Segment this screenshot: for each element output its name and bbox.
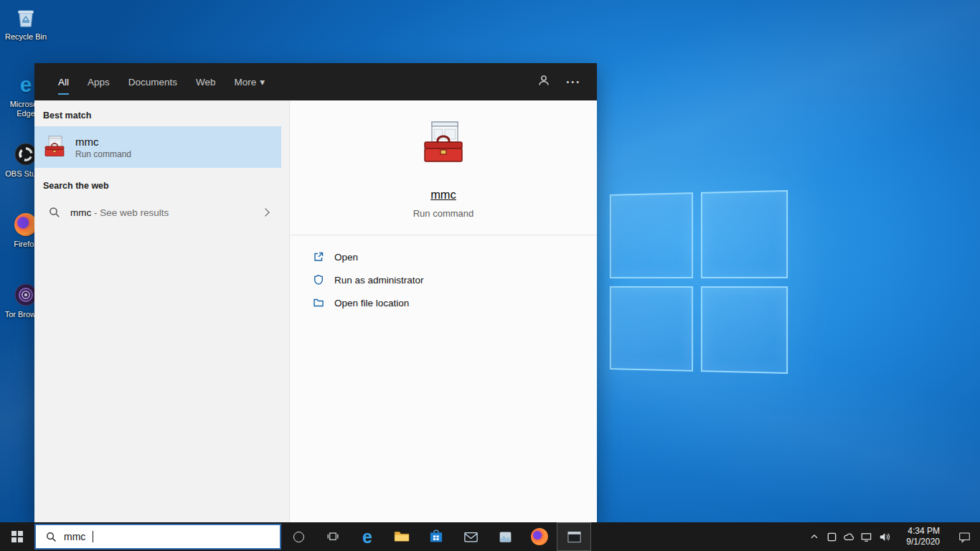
- user-account-button[interactable]: [537, 74, 550, 90]
- action-center-icon: [958, 530, 971, 544]
- recycle-bin-icon: [1, 4, 51, 30]
- volume-button[interactable]: [875, 522, 894, 551]
- task-view-icon: [326, 529, 340, 544]
- best-match-title: mmc: [75, 136, 131, 148]
- tab-documents[interactable]: Documents: [128, 63, 177, 100]
- desktop-icon-label: Recycle Bin: [1, 32, 51, 42]
- volume-icon: [878, 531, 890, 543]
- action-label: Run as administrator: [334, 275, 424, 286]
- search-tabs-bar: All Apps Documents Web More ▾: [34, 63, 597, 100]
- onedrive-cloud-icon: [843, 531, 855, 543]
- user-icon: [537, 74, 550, 87]
- taskbar-clock[interactable]: 4:34 PM 9/1/2020: [894, 526, 948, 547]
- action-run-as-administrator[interactable]: Run as administrator: [290, 268, 597, 291]
- active-app-icon: [565, 528, 583, 546]
- mail-icon: [462, 528, 480, 546]
- onedrive-button[interactable]: [840, 522, 857, 551]
- best-match-subtitle: Run command: [75, 149, 131, 159]
- edge-icon: e: [362, 528, 372, 546]
- preview-pane: mmc Run command Open Run as administrato…: [289, 100, 597, 522]
- start-button[interactable]: [0, 522, 34, 551]
- mail-button[interactable]: [453, 522, 488, 551]
- admin-shield-icon: [313, 274, 324, 286]
- search-icon: [49, 207, 60, 218]
- desktop-icon-recycle-bin[interactable]: Recycle Bin: [1, 4, 51, 42]
- results-pane: Best match mmc Run command Search: [34, 100, 281, 522]
- taskbar: mmc e: [0, 522, 980, 551]
- more-options-button[interactable]: •••: [566, 77, 581, 86]
- pinned-app-icon: [496, 528, 514, 546]
- chevron-right-icon: [261, 208, 269, 216]
- windows-logo: [610, 190, 788, 374]
- windows-start-icon: [11, 531, 23, 542]
- action-center-button[interactable]: [948, 522, 980, 551]
- web-search-item[interactable]: mmc - See web results: [34, 198, 281, 227]
- active-app-button[interactable]: [557, 522, 591, 551]
- taskbar-search-input[interactable]: mmc: [34, 524, 281, 550]
- text-caret: [93, 531, 93, 542]
- tab-all[interactable]: All: [58, 63, 69, 100]
- cortana-icon: [293, 532, 304, 542]
- microsoft-store-button[interactable]: [419, 522, 453, 551]
- preview-title: mmc: [430, 188, 456, 202]
- clock-time: 4:34 PM: [894, 526, 940, 537]
- tab-apps[interactable]: Apps: [88, 63, 110, 100]
- search-input-value: mmc: [64, 531, 85, 542]
- taskbar-edge-button[interactable]: e: [350, 522, 385, 551]
- pinned-app-button[interactable]: [488, 522, 522, 551]
- web-query: mmc: [70, 207, 91, 218]
- network-button[interactable]: [857, 522, 875, 551]
- clock-date: 9/1/2020: [894, 537, 940, 547]
- firefox-icon: [531, 528, 548, 545]
- chevron-down-icon: ▾: [260, 76, 265, 88]
- store-icon: [427, 527, 446, 546]
- task-view-button[interactable]: [316, 522, 350, 551]
- mmc-icon-large: [420, 121, 466, 166]
- mmc-icon: [43, 136, 66, 159]
- show-hidden-icons-button[interactable]: [806, 522, 823, 551]
- tab-web[interactable]: Web: [196, 63, 216, 100]
- best-match-header: Best match: [43, 110, 281, 121]
- file-explorer-button[interactable]: [385, 522, 419, 551]
- action-label: Open: [334, 252, 358, 263]
- tray-app-icon: [826, 532, 837, 542]
- open-icon: [313, 251, 324, 263]
- preview-subtitle: Run command: [413, 208, 474, 219]
- action-label: Open file location: [334, 298, 409, 309]
- tab-more[interactable]: More ▾: [235, 63, 265, 100]
- cortana-button[interactable]: [281, 522, 316, 551]
- network-icon: [860, 531, 872, 543]
- search-web-header: Search the web: [43, 181, 281, 191]
- file-explorer-icon: [392, 527, 411, 546]
- best-match-item[interactable]: mmc Run command: [34, 126, 281, 168]
- action-open[interactable]: Open: [290, 245, 597, 268]
- action-open-file-location[interactable]: Open file location: [290, 291, 597, 314]
- taskbar-firefox-button[interactable]: [522, 522, 557, 551]
- search-icon: [46, 532, 57, 542]
- search-flyout: All Apps Documents Web More ▾: [34, 63, 597, 522]
- tray-app-button[interactable]: [823, 522, 840, 551]
- chevron-up-icon: [809, 532, 819, 542]
- file-location-icon: [313, 297, 324, 309]
- web-suffix: - See web results: [91, 207, 169, 218]
